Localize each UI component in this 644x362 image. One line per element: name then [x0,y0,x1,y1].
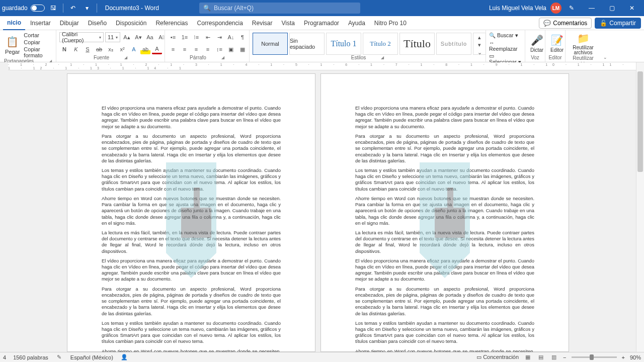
style-title[interactable]: Título [399,33,435,55]
comments-button[interactable]: 💬Comentarios [539,18,592,29]
zoom-level[interactable]: 90% [630,354,641,360]
tab-disposicion[interactable]: Disposición [112,17,150,30]
avatar[interactable]: LM [550,3,561,14]
group-clipboard: 📋Pegar Cortar Copiar Copiar formato Port… [0,30,56,62]
page-1[interactable]: El vídeo proporciona una manera eficaz p… [67,73,315,352]
align-right-icon[interactable]: ≡ [191,44,201,54]
tab-ayuda[interactable]: Ayuda [344,17,369,30]
pen-icon[interactable]: ✎ [561,0,582,16]
italic-icon[interactable]: K [71,44,81,54]
tab-diseno[interactable]: Diseño [84,17,111,30]
style-subtitle[interactable]: Subtítulo [436,33,471,55]
tab-inicio[interactable]: nicio [3,16,25,30]
paragraph: Para otorgar a su documento un aspecto p… [102,286,281,317]
page-2[interactable]: El vídeo proporciona una manera eficaz p… [320,73,569,352]
font-color-icon[interactable]: A [152,44,162,54]
tab-insertar[interactable]: Insertar [26,17,55,30]
style-down-icon[interactable]: ▾ [474,42,485,48]
cut-button[interactable]: Cortar [24,32,53,38]
zoom-slider[interactable] [572,356,617,358]
read-mode-icon[interactable]: ▦ [524,353,532,361]
text-effects-icon[interactable]: A [129,44,139,54]
underline-icon[interactable]: S [83,44,93,54]
accessibility-icon[interactable]: 👤 [120,353,128,361]
style-no-spacing[interactable]: Sin espaciado [289,33,325,55]
paragraph: Los temas y estilos también ayudan a man… [102,167,281,192]
undo-icon[interactable]: ↶ [67,3,78,14]
tab-revisar[interactable]: Revisar [248,17,277,30]
ruler[interactable]: · 1 · 2 · 1 · 1 · 1 · 2 · 1 · 3 · 1 · 4 … [8,62,636,70]
user-name[interactable]: Luis Miguel Vela Vela [489,5,546,12]
style-normal[interactable]: Normal [253,33,288,55]
spellcheck-icon[interactable]: ✎ [55,353,63,361]
focus-mode[interactable]: ▭ Concentración [476,354,519,360]
close-button[interactable]: ✕ [622,0,642,16]
share-button[interactable]: 🔓Compartir [595,18,641,29]
paragraph: La lectura es más fácil, también, en la … [355,230,534,254]
dialog-launcher-icon[interactable]: ◢ [124,55,127,61]
collapse-ribbon-icon[interactable]: ⌄ [603,55,607,60]
document-name: Documento3 - Word [105,5,159,12]
dialog-launcher-icon[interactable]: ◢ [221,55,224,61]
show-marks-icon[interactable]: ¶ [237,32,248,42]
multilevel-icon[interactable]: ⁝≡ [191,32,201,42]
tab-correspondencia[interactable]: Correspondencia [193,17,247,30]
numbering-icon[interactable]: 1≡ [180,32,190,42]
shrink-font-icon[interactable]: A▾ [133,32,143,42]
justify-icon[interactable]: ≡ [203,44,213,54]
tab-nitro[interactable]: Nitro Pro 10 [370,17,411,30]
paragraph: Ahorre tiempo en Word con nuevos botones… [102,196,281,226]
bold-icon[interactable]: N [59,44,69,54]
grow-font-icon[interactable]: A▴ [122,32,132,42]
style-heading1[interactable]: Título 1 [326,33,361,55]
paste-button[interactable]: 📋Pegar [3,36,22,55]
style-heading2[interactable]: Título 2 [363,33,398,55]
dictate-button[interactable]: 🎤Dictar [528,34,545,53]
align-center-icon[interactable]: ≡ [180,44,190,54]
replace-button[interactable]: ↔ Reemplazar [489,40,522,52]
tab-referencias[interactable]: Referencias [151,17,192,30]
editor-button[interactable]: 📝Editor [548,34,566,53]
font-name-select[interactable]: Calibri (Cuerpo)▾ [59,32,104,42]
reuse-files-button[interactable]: 📁Reutilizar archivos [569,32,598,55]
word-count[interactable]: 1560 palabras [13,354,48,360]
indent-icon[interactable]: ⇥ [214,32,224,42]
zoom-out-icon[interactable]: − [563,354,566,360]
strike-icon[interactable]: ab [94,44,104,54]
borders-icon[interactable]: ▦ [237,44,248,54]
outdent-icon[interactable]: ⇤ [203,32,213,42]
save-icon[interactable]: 🖫 [48,3,59,14]
tab-programador[interactable]: Programador [300,17,343,30]
scrollbar-thumb[interactable] [637,71,643,172]
tab-vista[interactable]: Vista [278,17,299,30]
superscript-icon[interactable]: x² [117,44,127,54]
bullets-icon[interactable]: •≡ [168,32,178,42]
shading-icon[interactable]: ▣ [226,44,236,54]
web-layout-icon[interactable]: ▥ [550,353,558,361]
copy-button[interactable]: Copiar [24,39,53,45]
align-left-icon[interactable]: ≡ [168,44,178,54]
dropdown-icon[interactable]: ▾ [82,3,93,14]
zoom-in-icon[interactable]: + [622,354,625,360]
tab-dibujar[interactable]: Dibujar [56,17,83,30]
style-up-icon[interactable]: ▴ [474,34,485,41]
language[interactable]: Español (México) [70,354,113,360]
group-editing: 🔍 Buscar ▾ ↔ Reemplazar ▭ Seleccionar ▾ … [486,30,525,62]
page-number[interactable]: 4 [3,354,6,360]
line-spacing-icon[interactable]: ↕≡ [214,44,224,54]
highlight-icon[interactable]: ab [140,44,150,54]
vertical-scrollbar[interactable] [636,62,644,352]
search-placeholder: Buscar (Alt+Q) [214,5,254,12]
find-button[interactable]: 🔍 Buscar ▾ [489,32,522,39]
sort-icon[interactable]: A↓ [226,32,236,42]
format-painter-button[interactable]: Copiar formato [24,46,53,58]
autosave-toggle[interactable] [31,5,45,12]
font-size-select[interactable]: 11▾ [105,32,120,42]
search-box[interactable]: 🔍 Buscar (Alt+Q) [199,3,360,14]
dialog-launcher-icon[interactable]: ◢ [381,55,384,61]
subscript-icon[interactable]: x₂ [106,44,116,54]
minimize-button[interactable]: ― [582,0,602,16]
print-layout-icon[interactable]: ▤ [537,353,545,361]
change-case-icon[interactable]: Aa [145,32,155,42]
maximize-button[interactable]: ▢ [602,0,622,16]
